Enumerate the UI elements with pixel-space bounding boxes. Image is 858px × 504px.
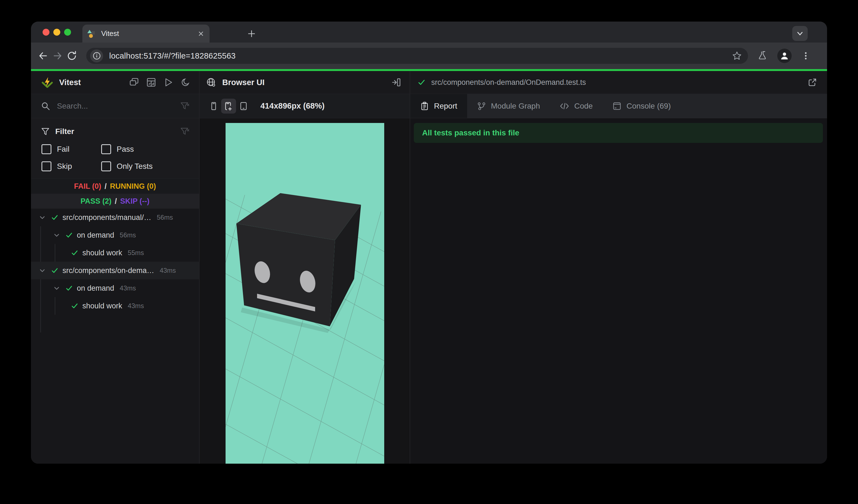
- tree-suite-row[interactable]: on demand 43ms: [31, 279, 199, 297]
- test-name: should work: [82, 249, 122, 257]
- test-duration: 43ms: [128, 302, 144, 310]
- tab-module-graph[interactable]: Module Graph: [467, 94, 550, 118]
- device-phone-plus-button[interactable]: [221, 99, 236, 114]
- sidebar: Vitest: [31, 71, 200, 464]
- filter-panel: Filter Fail: [31, 118, 199, 179]
- tab-report-label: Report: [434, 102, 457, 111]
- tree-file-row[interactable]: src/components/manual/… 56ms: [31, 209, 199, 226]
- desktop-background: Vitest: [0, 0, 858, 504]
- tree-test-row[interactable]: should work 55ms: [31, 244, 199, 262]
- minimize-window-button[interactable]: [53, 29, 60, 36]
- sidebar-header-actions: [128, 77, 191, 88]
- browser-preview-scene: [225, 123, 384, 464]
- filter-only-tests-label: Only Tests: [117, 162, 153, 171]
- new-tab-button[interactable]: [244, 27, 259, 41]
- check-icon: [51, 214, 59, 221]
- window-controls: [43, 29, 71, 36]
- device-phone-small-button[interactable]: [206, 99, 221, 114]
- check-icon: [65, 284, 73, 292]
- fail-count: FAIL (0): [74, 182, 101, 191]
- filter-fail-label: Fail: [57, 145, 69, 153]
- tree-file-row-selected[interactable]: src/components/on-dema… 43ms: [31, 262, 199, 279]
- checkbox[interactable]: [101, 161, 111, 171]
- filter-only-tests-checkbox[interactable]: Only Tests: [101, 161, 199, 171]
- tab-code[interactable]: Code: [550, 94, 603, 118]
- tab-console[interactable]: Console (69): [603, 94, 681, 118]
- collapse-panels-icon[interactable]: [128, 77, 140, 88]
- report-tab-bar: Report Module Graph: [410, 94, 827, 118]
- url-text[interactable]: localhost:5173/#/?file=1828625563: [109, 51, 732, 61]
- device-tablet-button[interactable]: [236, 99, 251, 114]
- tab-code-label: Code: [574, 102, 593, 111]
- separator: /: [105, 182, 107, 191]
- tab-console-label: Console (69): [626, 102, 671, 111]
- tab-close-icon[interactable]: [197, 30, 205, 37]
- dark-mode-moon-icon[interactable]: [180, 77, 191, 88]
- clear-filters-icon[interactable]: [180, 127, 190, 136]
- chevron-down-icon[interactable]: [38, 267, 46, 274]
- test-progress-bar: [31, 69, 827, 71]
- reload-button[interactable]: [65, 49, 79, 63]
- browser-menu-icon[interactable]: [801, 51, 810, 61]
- dashboard-icon[interactable]: [145, 77, 157, 88]
- bookmark-star-icon[interactable]: [732, 51, 742, 61]
- filter-skip-label: Skip: [57, 162, 72, 171]
- device-toolbar: 414x896px (68%): [200, 94, 410, 118]
- back-button[interactable]: [36, 49, 50, 63]
- browser-window: Vitest: [31, 21, 827, 464]
- chevron-down-icon[interactable]: [52, 284, 61, 292]
- check-icon: [417, 78, 426, 86]
- close-window-button[interactable]: [43, 29, 49, 36]
- globe-icon: [206, 77, 216, 87]
- dock-panel-icon[interactable]: [392, 77, 401, 87]
- separator: /: [115, 197, 117, 206]
- console-icon: [613, 102, 621, 111]
- search-input[interactable]: [57, 101, 180, 111]
- filter-title: Filter: [55, 127, 180, 136]
- experiments-flask-icon[interactable]: [757, 51, 768, 61]
- viewport-size-label[interactable]: 414x896px (68%): [260, 101, 324, 111]
- chevron-down-icon[interactable]: [38, 214, 46, 221]
- filter-pass-checkbox[interactable]: Pass: [101, 144, 199, 154]
- vitest-favicon: [88, 29, 97, 38]
- tab-search-button[interactable]: [792, 26, 808, 41]
- tab-strip: Vitest: [31, 21, 827, 43]
- test-duration: 55ms: [128, 249, 144, 257]
- test-file-name: src/components/manual/…: [62, 213, 151, 222]
- status-summary-row-1: FAIL (0) / RUNNING (0): [31, 179, 199, 194]
- preview-canvas: [200, 118, 410, 464]
- profile-avatar[interactable]: [777, 49, 792, 63]
- chevron-down-icon[interactable]: [52, 231, 61, 239]
- tree-suite-row[interactable]: on demand 56ms: [31, 226, 199, 244]
- checkbox[interactable]: [101, 144, 111, 154]
- device-viewport[interactable]: [225, 123, 384, 464]
- checkbox[interactable]: [42, 144, 51, 154]
- browser-tab[interactable]: Vitest: [82, 25, 209, 43]
- preview-header: Browser UI: [200, 71, 410, 94]
- test-tree: src/components/manual/… 56ms on demand 5…: [31, 209, 199, 464]
- checkbox[interactable]: [42, 161, 51, 171]
- test-duration: 43ms: [160, 267, 176, 274]
- test-file-path: src/components/on-demand/OnDemand.test.t…: [431, 78, 808, 87]
- vitest-logo: [42, 77, 53, 88]
- run-all-icon[interactable]: [162, 77, 174, 88]
- tree-test-row[interactable]: should work 43ms: [31, 297, 199, 315]
- forward-button[interactable]: [50, 49, 65, 63]
- vitest-ui: Vitest: [31, 71, 827, 464]
- filter-fail-checkbox[interactable]: Fail: [42, 144, 101, 154]
- check-icon: [71, 249, 79, 257]
- site-info-icon[interactable]: [90, 49, 103, 63]
- filter-skip-checkbox[interactable]: Skip: [42, 161, 101, 171]
- toolbar-actions: [757, 49, 813, 63]
- clear-search-filter-icon[interactable]: [180, 101, 190, 111]
- address-bar[interactable]: localhost:5173/#/?file=1828625563: [86, 48, 748, 64]
- all-tests-passed-banner: All tests passed in this file: [414, 123, 823, 143]
- code-icon: [560, 101, 569, 111]
- check-icon: [65, 231, 73, 239]
- zoom-window-button[interactable]: [64, 29, 71, 36]
- test-name: should work: [82, 302, 122, 310]
- open-external-icon[interactable]: [808, 78, 817, 87]
- test-duration: 43ms: [120, 284, 136, 292]
- filter-funnel-icon: [41, 127, 50, 136]
- tab-report[interactable]: Report: [410, 94, 467, 118]
